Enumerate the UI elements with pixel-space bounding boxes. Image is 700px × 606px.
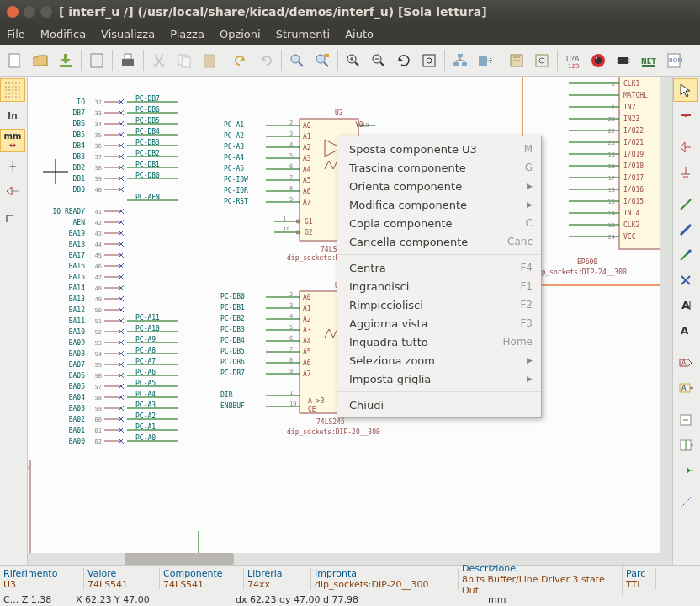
context-menu: Sposta componente U3MTrascina componente… — [337, 136, 542, 418]
import-sheet-tool[interactable] — [673, 433, 698, 457]
ctx-item[interactable]: Orienta componente▶ — [337, 177, 541, 195]
svg-text:A7: A7 — [303, 199, 311, 206]
ctx-item[interactable]: Modifica componente▶ — [337, 195, 541, 214]
svg-text:BA10: BA10 — [69, 328, 85, 336]
cursor-shape[interactable]: ┼ — [0, 154, 25, 178]
close-button[interactable] — [7, 6, 19, 18]
svg-text:BA16: BA16 — [69, 263, 85, 270]
cvpcb-icon[interactable] — [612, 49, 635, 72]
place-wire2bus-tool[interactable] — [673, 243, 698, 267]
svg-rect-24 — [458, 54, 463, 57]
svg-text:7: 7 — [289, 174, 293, 181]
ctx-item[interactable]: Copia componenteC — [337, 214, 541, 232]
save-icon[interactable] — [54, 49, 77, 72]
menu-strumenti[interactable]: Strumenti — [276, 28, 331, 40]
netlist-icon[interactable]: NET — [637, 49, 660, 72]
ctx-item[interactable]: Aggiorna vistaF3 — [337, 314, 541, 332]
place-sheet-tool[interactable] — [673, 408, 698, 432]
bom-icon[interactable]: BOM — [662, 49, 686, 72]
svg-point-392 — [684, 114, 687, 117]
ctx-item[interactable]: Inquadra tuttoHome — [337, 332, 541, 351]
ctx-item[interactable]: Seleziona zoom▶ — [337, 351, 541, 369]
hierarchy-icon[interactable] — [448, 49, 472, 72]
bus-direction[interactable] — [0, 205, 25, 228]
place-wire-tool[interactable] — [673, 193, 698, 216]
svg-text:PC-RST: PC-RST — [224, 198, 248, 205]
svg-text:A: A — [681, 325, 689, 337]
svg-text:36: 36 — [95, 143, 102, 150]
menu-opzioni[interactable]: Opzioni — [220, 28, 261, 40]
vertical-scrollbar[interactable] — [660, 77, 672, 578]
maximize-button[interactable] — [40, 6, 52, 18]
ctx-item[interactable]: IngrandisciF1 — [337, 277, 541, 295]
place-line-tool[interactable] — [673, 491, 698, 514]
left-toolbar: In mm↔ ┼ — [0, 77, 28, 578]
copy-icon[interactable] — [172, 49, 196, 72]
new-icon[interactable] — [3, 49, 27, 72]
place-power-tool[interactable] — [673, 161, 698, 184]
annotate-icon[interactable]: U?A123 — [561, 49, 585, 72]
redo-icon[interactable] — [254, 49, 278, 72]
ctx-item[interactable]: CentraF4 — [337, 258, 541, 277]
place-component-tool[interactable] — [673, 136, 698, 159]
units-in[interactable]: In — [0, 104, 25, 127]
ctx-item[interactable]: Sposta componente U3M — [337, 140, 541, 158]
ctx-item[interactable]: RimpicciolisciF2 — [337, 295, 541, 314]
svg-text:CLK1: CLK1 — [623, 80, 639, 88]
browse-icon[interactable] — [530, 49, 554, 72]
svg-text:7: 7 — [289, 346, 293, 353]
svg-point-5 — [154, 64, 157, 67]
menu-piazza[interactable]: Piazza — [170, 28, 204, 40]
menu-aiuto[interactable]: Aiuto — [345, 28, 374, 40]
print-icon[interactable] — [116, 49, 140, 72]
svg-text:PC-A7: PC-A7 — [135, 358, 156, 365]
menu-modifica[interactable]: Modifica — [40, 28, 86, 40]
highlight-net-tool[interactable] — [673, 104, 698, 127]
erc-icon[interactable] — [586, 49, 610, 72]
svg-text:A0: A0 — [303, 122, 311, 130]
svg-text:PC-A11: PC-A11 — [135, 314, 160, 322]
svg-rect-0 — [9, 54, 19, 67]
svg-text:PC-A8: PC-A8 — [135, 347, 156, 354]
place-global-label-tool[interactable]: A — [673, 351, 698, 375]
svg-point-10 — [291, 55, 300, 63]
cut-icon[interactable] — [147, 49, 171, 72]
place-sheetpin-tool[interactable] — [673, 459, 698, 482]
svg-text:PC-IOW: PC-IOW — [224, 176, 248, 183]
libedit-icon[interactable] — [505, 49, 528, 72]
zoom-redraw-icon[interactable] — [392, 49, 416, 72]
zoom-out-icon[interactable] — [367, 49, 390, 72]
grid-toggle[interactable] — [0, 78, 25, 102]
ctx-item[interactable]: Cancella componenteCanc — [337, 232, 541, 251]
units-mm[interactable]: mm↔ — [0, 129, 25, 152]
place-noconnect-tool[interactable] — [673, 268, 698, 292]
ctx-item[interactable]: Trascina componenteG — [337, 158, 541, 177]
replace-icon[interactable] — [310, 49, 334, 72]
page-icon[interactable] — [85, 49, 109, 72]
ctx-item[interactable]: Chiudi — [337, 396, 541, 414]
open-icon[interactable] — [29, 49, 52, 72]
select-tool[interactable] — [673, 78, 698, 102]
svg-text:G2: G2 — [305, 229, 313, 237]
menu-file[interactable]: File — [7, 28, 25, 40]
svg-text:PC-A0: PC-A0 — [135, 434, 156, 442]
paste-icon[interactable] — [198, 49, 221, 72]
hidden-pins[interactable] — [0, 179, 25, 203]
menu-visualizza[interactable]: Visualizza — [101, 28, 155, 40]
svg-text:49: 49 — [95, 296, 102, 303]
zoom-in-icon[interactable] — [342, 49, 365, 72]
svg-text:PC-DB0: PC-DB0 — [220, 293, 245, 300]
place-bus-tool[interactable] — [673, 218, 698, 242]
svg-text:PC-A3: PC-A3 — [224, 143, 244, 151]
find-icon[interactable] — [285, 49, 309, 72]
leave-icon[interactable] — [474, 49, 497, 72]
ctx-item[interactable]: Imposta griglia▶ — [337, 369, 541, 388]
minimize-button[interactable] — [24, 6, 35, 18]
place-hier-label-tool[interactable]: A — [673, 376, 698, 400]
svg-text:VCC: VCC — [623, 233, 636, 241]
undo-icon[interactable] — [229, 49, 252, 72]
svg-text:DIR: DIR — [220, 391, 233, 399]
place-label-tool[interactable]: A — [673, 319, 698, 343]
place-junction-tool[interactable]: A — [673, 294, 698, 317]
zoom-fit-icon[interactable] — [417, 49, 441, 72]
